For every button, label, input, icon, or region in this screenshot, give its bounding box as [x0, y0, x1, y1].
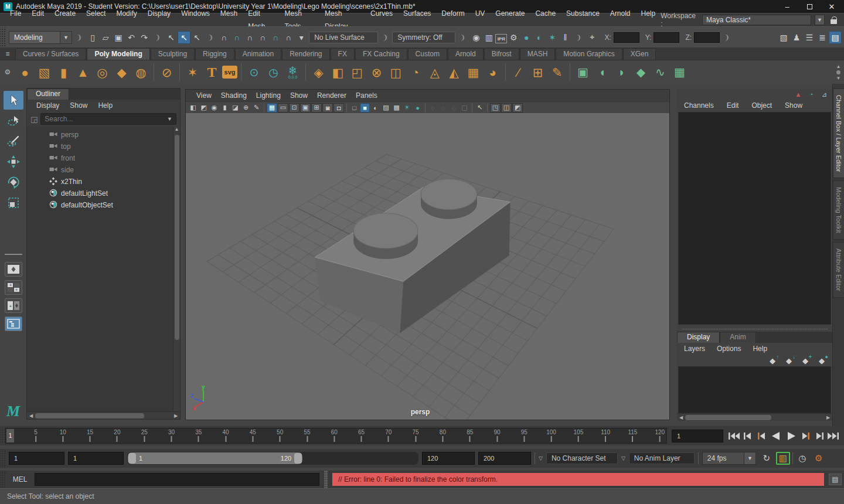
shelf-tab-sculpting[interactable]: Sculpting [151, 48, 195, 60]
viewport-menu-show[interactable]: Show [285, 91, 312, 100]
animation-start-field[interactable] [9, 452, 64, 465]
quad-draw-icon[interactable]: ✎ [548, 62, 566, 82]
vp-sequence-icon[interactable]: ◳ [490, 103, 501, 113]
separate-icon[interactable]: ◧ [329, 62, 347, 82]
lasso-tool-button[interactable] [4, 111, 23, 130]
sidebar-toggle-icon[interactable]: ▤ [829, 31, 842, 44]
coordinate-input-icon[interactable]: ⌖ [586, 31, 598, 44]
layer-menu-layers[interactable]: Layers [679, 345, 710, 353]
outliner-menu-show[interactable]: Show [65, 101, 92, 110]
viewport-menu-renderer[interactable]: Renderer [312, 91, 351, 100]
extract-icon[interactable]: ◰ [348, 62, 366, 82]
reduce-icon[interactable]: ◬ [426, 62, 444, 82]
vp-image-plane-icon[interactable]: ◪ [230, 103, 240, 113]
vp-exposure-icon[interactable]: ◩ [512, 103, 523, 113]
live-surface-field[interactable]: No Live Surface [309, 32, 378, 43]
layer-menu-help[interactable]: Help [748, 345, 772, 353]
snap-dropdown-icon[interactable]: ▾ [295, 31, 308, 44]
poly-torus-icon[interactable]: ◎ [93, 62, 111, 82]
outliner-item-top[interactable]: top [27, 141, 173, 152]
outliner-item-persp[interactable]: persp [27, 129, 173, 141]
channel-speed-icon[interactable]: ◔ [806, 90, 816, 98]
outliner-tab[interactable]: Outliner [27, 88, 69, 100]
workspace-dropdown-icon[interactable]: ▼ [815, 15, 825, 25]
channelbox-menu-edit[interactable]: Edit [722, 101, 744, 110]
timeline-ruler[interactable]: 1 51015202530354045505560657075808590951… [5, 428, 667, 444]
group-divider[interactable]: ❩ [205, 33, 216, 42]
scroll-left-icon[interactable]: ◀ [677, 415, 685, 420]
super-shape-icon[interactable]: ✶ [183, 62, 202, 82]
shelf-scroll-down-icon[interactable]: ▼ [836, 76, 841, 81]
fps-select[interactable]: 24 fps ▼ [702, 452, 756, 465]
group-divider[interactable]: ❩ [152, 33, 164, 42]
viewport-menu-view[interactable]: View [192, 91, 216, 100]
lattice-icon[interactable]: ▦ [464, 62, 482, 82]
undo-icon[interactable]: ↶ [125, 31, 138, 44]
outliner-item-side[interactable]: side [27, 164, 173, 176]
select-hierarchy-icon[interactable]: ↖ [165, 31, 178, 44]
layer-tab-display[interactable]: Display [677, 332, 720, 343]
outliner-hscrollbar[interactable]: ◀ ▶ [27, 411, 180, 419]
cmdrow-grip[interactable] [0, 471, 5, 488]
boolean-difference-icon[interactable]: ◖ [593, 62, 611, 82]
error-message-bar[interactable]: // Error: line 0: Failed to finalize the… [332, 473, 824, 486]
outliner-menu-display[interactable]: Display [32, 101, 64, 110]
channel-box-empty-area[interactable] [678, 112, 831, 325]
close-button[interactable]: ✕ [822, 1, 842, 12]
shelf-tab-motion-graphics[interactable]: Motion Graphics [556, 48, 622, 60]
channelbox-menu-channels[interactable]: Channels [679, 101, 719, 110]
group-divider[interactable]: ❩ [457, 33, 468, 42]
scroll-thumb[interactable] [685, 415, 771, 420]
shelf-tab-arnold[interactable]: Arnold [448, 48, 484, 60]
poly-cone-icon[interactable]: ▲ [74, 62, 92, 82]
group-divider[interactable]: ❩ [379, 33, 391, 42]
go-to-start-button[interactable] [728, 431, 741, 441]
side-tab-modeling-toolkit[interactable]: Modeling Toolkit [833, 181, 844, 240]
layer-menu-options[interactable]: Options [712, 345, 746, 353]
vp-ao-icon[interactable]: ◌ [449, 103, 459, 113]
vp-all-lights-icon[interactable]: ◌ [428, 103, 438, 113]
render-settings-icon[interactable]: ⚙ [507, 31, 520, 44]
shelf-gear-icon[interactable]: ⚙ [0, 60, 15, 84]
group-divider[interactable]: ❩ [73, 33, 85, 42]
four-pane-layout-button[interactable]: ++ [5, 280, 22, 295]
attribute-editor-icon[interactable]: ≣ [816, 31, 829, 44]
multi-cut-icon[interactable]: ∕ [509, 62, 528, 82]
channelbox-menu-show[interactable]: Show [780, 101, 807, 110]
snap-projected-center-icon[interactable]: ∩ [256, 31, 269, 44]
vp-lock-camera-icon[interactable]: ◩ [199, 103, 209, 113]
layer-move-up-icon[interactable]: ◆↑ [767, 356, 778, 365]
shelf-scroll-handle[interactable] [836, 70, 840, 74]
layer-create-selected-icon[interactable]: ◆● [816, 356, 828, 365]
z-input[interactable] [694, 32, 720, 43]
group-divider[interactable]: ❩ [573, 33, 584, 42]
shelf-menu-icon[interactable]: ≡ [0, 47, 15, 60]
make-live-icon[interactable]: ∩ [282, 31, 295, 44]
playhead[interactable]: 1 [6, 429, 14, 442]
mirror-icon[interactable]: ◭ [445, 62, 463, 82]
poly-pyramid-icon[interactable]: ◆ [113, 62, 131, 82]
sculpt-icon[interactable]: ◕ [484, 62, 502, 82]
playblast-icon[interactable]: ▥ [776, 452, 790, 465]
menu-set-select[interactable]: Modeling ▼ [9, 31, 72, 44]
vp-grid-icon[interactable]: ▦ [267, 103, 277, 113]
outliner-filter-icon[interactable]: ◲ [30, 115, 38, 124]
vp-safe-title-icon[interactable]: ◘ [333, 103, 344, 113]
outliner-item-x2thin[interactable]: x2Thin [27, 176, 173, 188]
character-set-field[interactable]: No Character Set [546, 452, 618, 464]
platonic-solid-icon[interactable]: ⊘ [158, 62, 176, 82]
poly-cylinder-icon[interactable]: ▮ [55, 62, 73, 82]
single-pane-layout-button[interactable] [5, 262, 22, 277]
boolean-icon[interactable]: ⊗ [367, 62, 386, 82]
vp-camera-attributes-icon[interactable]: ◉ [209, 103, 219, 113]
vp-resolution-gate-icon[interactable]: ⊡ [289, 103, 300, 113]
vp-2d-pan-zoom-icon[interactable]: ⊕ [241, 103, 251, 113]
vp-lighting-icon[interactable]: ☀ [402, 103, 412, 113]
vp-shadows-icon[interactable]: ◌ [438, 103, 448, 113]
shelf-tab-rendering[interactable]: Rendering [282, 48, 329, 60]
combine-icon[interactable]: ◈ [309, 62, 328, 82]
mel-label[interactable]: MEL [10, 475, 30, 483]
new-scene-icon[interactable]: ▯ [86, 31, 99, 44]
shelf-scroll-up-icon[interactable]: ▲ [836, 64, 841, 69]
animation-end-field[interactable] [478, 452, 531, 465]
